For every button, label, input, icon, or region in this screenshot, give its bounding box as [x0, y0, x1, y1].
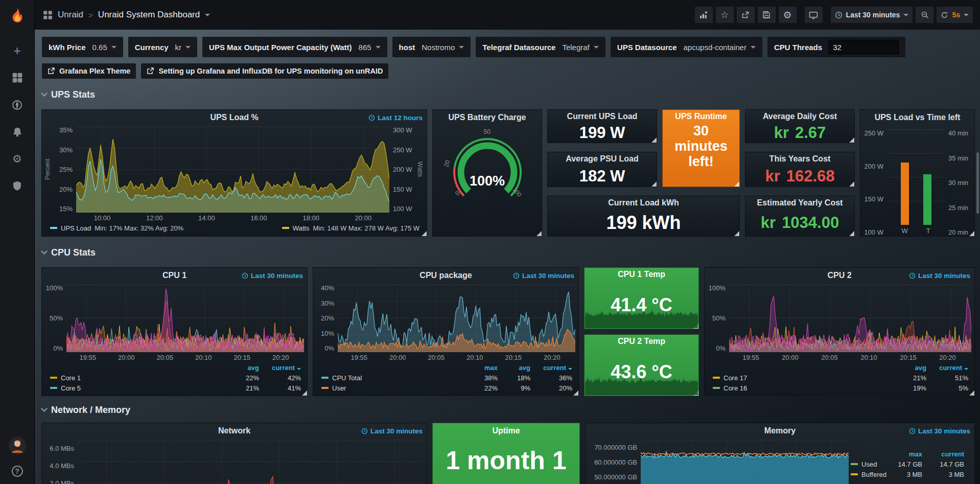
panel-title[interactable]: Average Daily Cost — [763, 112, 837, 121]
time-range-badge[interactable]: Last 30 minutes — [242, 272, 303, 280]
panel-title[interactable]: Memory — [764, 426, 796, 435]
chevron-down-icon — [41, 248, 48, 255]
save-button[interactable] — [758, 7, 776, 23]
chevron-down-icon — [41, 90, 48, 97]
panel-title[interactable]: Uptime — [492, 426, 520, 435]
share-button[interactable] — [737, 7, 755, 23]
series-marker — [50, 387, 57, 389]
cpu-threads-input[interactable] — [828, 40, 899, 54]
breadcrumb-separator: > — [88, 11, 93, 19]
dropdown-caret-icon — [459, 46, 464, 49]
link-grafana-plex-theme[interactable]: Grafana Plex Theme — [42, 63, 136, 79]
panel-this-years-cost: This Years Cost kr162.68 — [745, 152, 855, 187]
time-range-badge[interactable]: Last 30 minutes — [909, 427, 970, 435]
panel-title[interactable]: UPS Load vs Time left — [875, 113, 961, 122]
panel-ups-battery-charge: UPS Battery Charge 0 20 50 100 100% — [432, 109, 542, 237]
panel-title[interactable]: CPU 2 Temp — [618, 337, 665, 346]
grafana-logo-icon[interactable] — [7, 5, 28, 27]
create-plus-icon[interactable]: + — [11, 44, 24, 57]
title-caret-icon[interactable] — [205, 14, 210, 16]
y-axis-ticks-left: 250 W200 W150 W100 W — [862, 129, 887, 236]
panel-title[interactable]: Average PSU Load — [566, 154, 639, 164]
memory-plot[interactable] — [641, 440, 849, 484]
panel-title[interactable]: Current UPS Load — [567, 112, 638, 121]
stat-value: kr162.68 — [745, 166, 854, 187]
breadcrumb-folder[interactable]: Unraid — [58, 10, 83, 20]
help-icon[interactable]: ? — [12, 466, 23, 477]
clock-icon — [513, 272, 520, 279]
variable-currency[interactable]: Currency kr — [128, 37, 197, 57]
variable-kwh-price[interactable]: kWh Price 0.65 — [42, 37, 123, 57]
row-header-ups-stats[interactable]: UPS Stats — [42, 89, 980, 100]
y-axis-ticks-left: 40%30%20%10%0% — [315, 284, 338, 352]
bar-watts[interactable] — [901, 163, 909, 225]
time-range-badge[interactable]: Last 30 minutes — [513, 272, 574, 280]
cpu1-plot[interactable] — [66, 284, 304, 352]
series-marker — [321, 377, 329, 379]
link-ups-monitoring-guide[interactable]: Setting up Grafana and InfluxDB for UPS … — [141, 63, 388, 79]
row-header-cpu-stats[interactable]: CPU Stats — [42, 247, 980, 258]
refresh-button[interactable]: 5s — [937, 7, 973, 23]
legend-table: avg current Core 17 21% 51% Core 16 19% … — [705, 362, 974, 396]
variable-host[interactable]: host Nostromo — [392, 37, 471, 57]
variable-ups-max-output[interactable]: UPS Max Output Power Capacity (Watt) 865 — [202, 37, 387, 57]
bar-time[interactable] — [923, 174, 931, 225]
dashboards-icon[interactable] — [11, 71, 24, 84]
server-admin-shield-icon[interactable] — [11, 179, 24, 193]
legend-row: Core 16 19% 5% — [713, 383, 968, 393]
sort-caret-icon — [568, 368, 572, 370]
tv-mode-button[interactable] — [805, 7, 823, 23]
dashboard-scroll-area[interactable]: kWh Price 0.65 Currency kr UPS Max Outpu… — [35, 30, 980, 484]
panel-title[interactable]: CPU 1 — [162, 271, 186, 280]
variable-ups-datasource[interactable]: UPS Datasource apcupsd-container — [611, 37, 762, 57]
panel-title[interactable]: Network — [218, 426, 250, 435]
panel-title[interactable]: UPS Runtime — [675, 112, 727, 121]
panel-title[interactable]: UPS Battery Charge — [448, 113, 526, 122]
ups-stats-grid: UPS Load % Last 12 hours Percent 35%30%2… — [41, 109, 975, 237]
legend-row: Buffered 3 MB 3 MB — [851, 469, 964, 479]
legend-item[interactable]: UPS Load Min: 17% Max: 32% Avg: 20% — [50, 224, 183, 232]
panel-title[interactable]: Estimated Yearly Cost — [757, 198, 843, 208]
panel-title[interactable]: CPU 2 — [827, 271, 851, 280]
star-button[interactable]: ☆ — [716, 7, 734, 23]
series-marker — [50, 377, 57, 379]
alerting-bell-icon[interactable] — [11, 125, 24, 139]
y-axis-ticks-right: 300 W250 W200 W150 W100 W — [389, 126, 416, 213]
clock-icon — [835, 11, 843, 19]
y-axis-ticks-left: 100%50%0% — [44, 284, 66, 352]
time-range-badge[interactable]: Last 12 hours — [368, 114, 423, 122]
panel-title[interactable]: UPS Load % — [210, 113, 258, 122]
time-range-picker[interactable]: Last 30 minutes — [831, 7, 913, 23]
scrollbar-thumb[interactable] — [976, 152, 979, 214]
x-axis-ticks: 10:0012:0014:0016:0018:0020:00 — [76, 213, 389, 223]
refresh-caret-icon[interactable] — [964, 14, 969, 16]
dashboard-settings-button[interactable]: ⚙ — [779, 7, 797, 23]
panel-title[interactable]: CPU 1 Temp — [618, 270, 665, 279]
panel-cpu-2-temp: CPU 2 Temp 43.6 °C — [584, 334, 699, 396]
ups-load-plot[interactable] — [76, 126, 389, 213]
panel-title[interactable]: CPU package — [419, 271, 472, 280]
time-range-badge[interactable]: Last 30 minutes — [909, 272, 970, 280]
dropdown-caret-icon — [751, 46, 756, 49]
sort-caret-icon — [964, 368, 968, 370]
variable-telegraf-datasource[interactable]: Telegraf Datasource Telegraf — [476, 37, 605, 57]
cpu2-plot[interactable] — [729, 284, 971, 352]
legend-item[interactable]: Watts Min: 148 W Max: 278 W Avg: 175 W — [282, 224, 419, 232]
zoom-out-button[interactable] — [916, 7, 934, 23]
panel-title[interactable]: This Years Cost — [769, 154, 831, 164]
cpu-package-plot[interactable] — [338, 284, 575, 352]
user-avatar[interactable] — [9, 437, 26, 454]
configuration-gear-icon[interactable]: ⚙ — [11, 152, 24, 166]
row-header-network-memory[interactable]: Network / Memory — [42, 404, 980, 416]
breadcrumb[interactable]: Unraid > Unraid System Dashboard — [43, 10, 210, 20]
panel-title[interactable]: Current Load kWh — [608, 198, 679, 208]
network-plot[interactable] — [78, 440, 424, 484]
stat-value: kr2.67 — [745, 123, 854, 143]
time-range-badge[interactable]: Last 30 minutes — [361, 427, 423, 435]
add-panel-button[interactable] — [695, 7, 713, 23]
panel-cpu-1-temp: CPU 1 Temp 41.4 °C — [584, 267, 699, 329]
dashboard-title[interactable]: Unraid System Dashboard — [98, 10, 200, 20]
main-area: Unraid > Unraid System Dashboard ☆ — [35, 0, 980, 484]
explore-compass-icon[interactable] — [11, 98, 24, 111]
bar-chart-plot[interactable] — [887, 129, 945, 225]
